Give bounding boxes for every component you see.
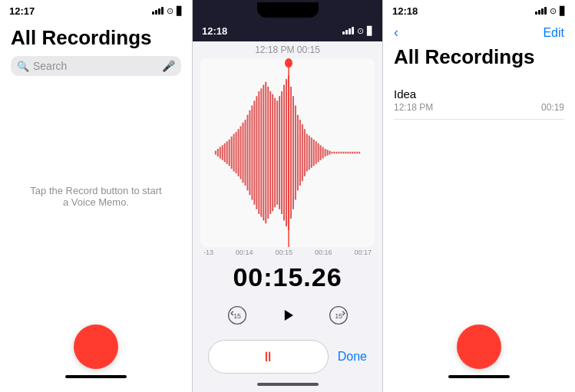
left-record-area xyxy=(65,324,127,378)
empty-hint: Tap the Record button to start a Voice M… xyxy=(27,185,165,208)
svg-text:15: 15 xyxy=(335,312,342,320)
svg-point-65 xyxy=(285,58,292,68)
left-panel: 12:17 ⊙ ▊ All Recordings 🔍 Search 🎤 Tap … xyxy=(0,0,192,392)
recording-info-text: 12:18 PM 00:15 xyxy=(255,44,320,55)
left-record-button[interactable] xyxy=(74,324,118,369)
signal-bar-1 xyxy=(152,12,154,15)
right-record-area xyxy=(448,324,510,378)
svg-marker-68 xyxy=(284,310,292,321)
right-record-button[interactable] xyxy=(457,324,501,369)
svg-text:15: 15 xyxy=(233,312,241,320)
search-icon: 🔍 xyxy=(17,61,29,72)
left-status-time: 12:17 xyxy=(9,5,35,17)
left-search-bar[interactable]: 🔍 Search 🎤 xyxy=(11,56,181,76)
left-page-title: All Recordings xyxy=(11,26,181,50)
playback-controls: 15 15 xyxy=(193,300,382,331)
tl-5: 00:17 xyxy=(354,249,372,256)
pause-icon: ⏸ xyxy=(261,349,275,365)
left-status-icons: ⊙ ▊ xyxy=(152,6,183,16)
left-home-indicator xyxy=(65,375,127,378)
battery-icon-right: ▊ xyxy=(560,6,566,16)
recording-info-row: 12:18 PM 00:15 xyxy=(193,41,382,58)
notch xyxy=(257,2,319,18)
middle-status-bar: 12:18 ⊙ ▊ xyxy=(193,20,382,41)
recording-item-0[interactable]: Idea 12:18 PM 00:19 xyxy=(394,81,564,120)
middle-status-time: 12:18 xyxy=(202,25,227,37)
signal-bar-4 xyxy=(161,7,164,15)
play-button[interactable] xyxy=(273,300,303,331)
right-back-arrow[interactable]: ‹ xyxy=(394,25,398,41)
signal-bar-3 xyxy=(158,8,160,15)
waveform-svg xyxy=(200,58,375,247)
signal-bars-mid xyxy=(342,27,354,35)
right-home-indicator xyxy=(448,375,510,378)
signal-bar-r3 xyxy=(541,8,544,15)
play-icon xyxy=(277,305,299,326)
right-header: ‹ Edit xyxy=(383,21,575,45)
wifi-icon-right: ⊙ xyxy=(550,6,557,16)
rewind-icon: 15 xyxy=(226,305,248,326)
tl-4: 00:16 xyxy=(315,249,332,256)
tl-3: 00:15 xyxy=(275,249,292,256)
right-title-area: All Recordings xyxy=(383,45,575,81)
signal-bar-r4 xyxy=(544,7,547,15)
left-header: All Recordings 🔍 Search 🎤 xyxy=(0,21,192,81)
recording-title-0: Idea xyxy=(394,87,564,100)
right-status-icons: ⊙ ▊ xyxy=(535,6,566,16)
signal-bars-right xyxy=(535,7,547,15)
signal-bar-m4 xyxy=(352,27,354,35)
signal-bar-m1 xyxy=(342,31,345,35)
search-input[interactable]: Search xyxy=(33,60,158,72)
signal-bars-left xyxy=(152,7,164,15)
mic-icon: 🎤 xyxy=(162,60,175,72)
recording-list: Idea 12:18 PM 00:19 xyxy=(383,81,575,120)
middle-home-indicator xyxy=(257,383,319,386)
timer-display: 00:15.26 xyxy=(193,262,382,292)
battery-icon-left: ▊ xyxy=(177,6,183,16)
tl-1: -13 xyxy=(203,249,213,256)
timeline-labels: -13 00:14 00:15 00:16 00:17 xyxy=(193,247,382,258)
right-page-title: All Recordings xyxy=(394,45,564,69)
recording-duration-0: 00:19 xyxy=(541,102,564,113)
battery-icon-mid: ▊ xyxy=(367,26,373,36)
signal-bar-r2 xyxy=(538,10,540,15)
right-panel: 12:18 ⊙ ▊ ‹ Edit All Recordings Idea 12:… xyxy=(383,0,575,392)
right-status-time: 12:18 xyxy=(392,5,418,17)
signal-bar-m2 xyxy=(345,30,348,35)
forward-icon: 15 xyxy=(328,305,349,326)
pause-button[interactable]: ⏸ xyxy=(208,340,329,374)
left-status-bar: 12:17 ⊙ ▊ xyxy=(0,0,192,21)
signal-bar-m3 xyxy=(349,28,351,35)
recording-time-0: 12:18 PM xyxy=(394,102,433,113)
right-status-bar: 12:18 ⊙ ▊ xyxy=(383,0,575,21)
wifi-icon-mid: ⊙ xyxy=(357,26,364,36)
middle-status-icons: ⊙ ▊ xyxy=(342,26,373,36)
rewind-button[interactable]: 15 xyxy=(225,303,249,328)
middle-panel: 12:18 ⊙ ▊ 12:18 PM 00:15 xyxy=(192,0,383,392)
done-button[interactable]: Done xyxy=(338,350,367,364)
middle-notch xyxy=(193,0,382,20)
recording-meta-0: 12:18 PM 00:19 xyxy=(394,102,564,113)
bottom-controls: ⏸ Done xyxy=(193,335,382,381)
waveform-container xyxy=(200,58,375,247)
forward-button[interactable]: 15 xyxy=(326,303,351,328)
signal-bar-2 xyxy=(155,10,157,15)
signal-bar-r1 xyxy=(535,12,537,15)
tl-2: 00:14 xyxy=(236,249,253,256)
edit-button[interactable]: Edit xyxy=(543,26,564,40)
wifi-icon-left: ⊙ xyxy=(167,6,173,16)
